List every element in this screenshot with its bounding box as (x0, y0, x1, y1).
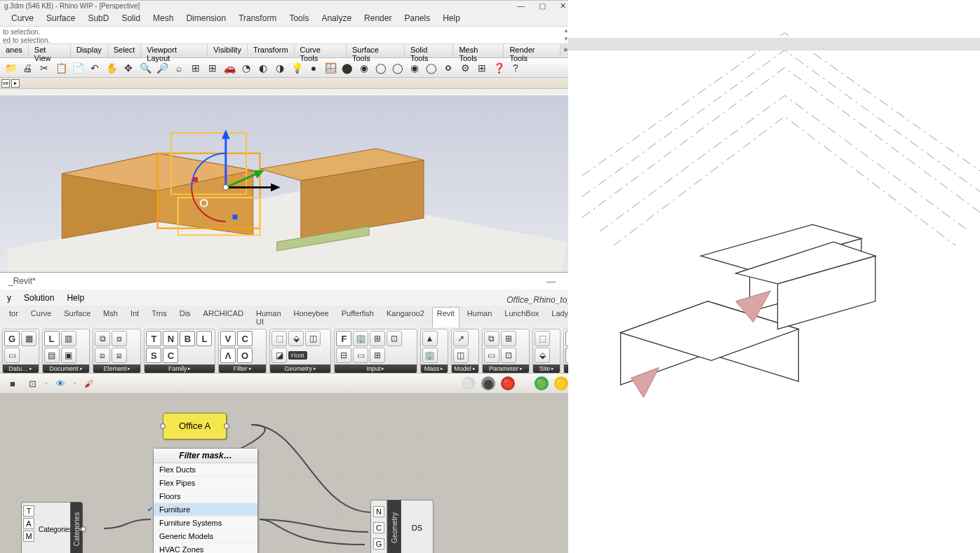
menu-dimension[interactable]: Dimension (186, 13, 226, 23)
toolbar-button-23[interactable]: ◯ (390, 60, 405, 76)
value-list-item[interactable]: Flex Pipes (154, 477, 257, 490)
value-list-item[interactable]: Furniture (154, 503, 257, 517)
menu-render[interactable]: Render (364, 13, 391, 23)
sketch-brush-icon[interactable]: 🖌 (82, 376, 96, 390)
ribbon-tool-icon[interactable]: ⊟ (336, 348, 351, 363)
ribbon-tool-icon[interactable]: ⊞ (370, 348, 385, 363)
tab-mesh-tools[interactable]: Mesh Tools (453, 44, 504, 57)
ribbon-tool-icon[interactable]: ▥ (61, 331, 76, 346)
node-input-port[interactable]: T (23, 505, 34, 517)
ribbon-panel-expand-icon[interactable]: ▸ (551, 366, 554, 371)
preview-color-icon[interactable]: 🟢 (535, 376, 549, 390)
revit-view[interactable] (568, 0, 980, 553)
viewport-tab-dropdown-icon[interactable]: ▸ (11, 79, 20, 88)
menu-help[interactable]: Help (67, 293, 84, 303)
toolbar-button-18[interactable]: ● (306, 60, 321, 76)
tab-render-tools[interactable]: Render Tools (504, 44, 561, 57)
ribbon-tool-icon[interactable]: ◫ (305, 331, 321, 346)
ribbon-tool-icon[interactable]: ⊡ (387, 331, 402, 346)
shade-mode-icon[interactable]: 🔴 (501, 376, 515, 390)
ribbon-tool-icon[interactable]: ▦ (21, 331, 36, 346)
ribbon-key-button[interactable]: O (237, 348, 253, 363)
toolbar-button-19[interactable]: 🪟 (323, 60, 338, 76)
ribbon-panel-expand-icon[interactable]: ▸ (249, 366, 252, 371)
node-output-grip[interactable] (224, 423, 229, 429)
node-input-grip[interactable] (160, 423, 166, 429)
toolbar-button-1[interactable]: 🖨 (20, 60, 35, 76)
ribbon-key-button[interactable]: Λ (220, 348, 236, 363)
tab-transform[interactable]: Transform (248, 44, 295, 57)
menu-panels[interactable]: Panels (404, 13, 430, 23)
ribbon-panel-expand-icon[interactable]: ▸ (520, 366, 523, 371)
toolbar-button-22[interactable]: ◯ (373, 60, 389, 76)
toolbar-button-24[interactable]: ◉ (407, 60, 422, 76)
toolbar-button-2[interactable]: ✂ (36, 60, 52, 76)
viewport-tab-label[interactable]: ve (1, 79, 10, 88)
ribbon-tab-curve[interactable]: Curve (26, 307, 56, 327)
ribbon-tool-icon[interactable]: ▭ (484, 348, 499, 363)
ribbon-tool-icon[interactable]: ⧆ (112, 348, 127, 363)
ribbon-tool-icon[interactable]: ⊡ (501, 348, 516, 363)
node-input-port[interactable]: G (373, 538, 384, 549)
ribbon-tool-icon[interactable]: ⬙ (535, 348, 550, 363)
ribbon-tool-icon[interactable]: ▭ (353, 348, 368, 363)
ribbon-key-button[interactable]: N (163, 331, 178, 346)
toolbar-button-27[interactable]: ⚙ (457, 60, 473, 76)
gh-value-list-node[interactable]: Filter mask… Flex DuctsFlex PipesFloorsF… (153, 448, 258, 553)
preview-color-icon[interactable]: 🟡 (554, 376, 568, 390)
ribbon-key-button[interactable]: B (180, 331, 195, 346)
menu-mesh[interactable]: Mesh (153, 13, 173, 23)
node-input-port[interactable]: A (23, 518, 34, 529)
toolbar-button-28[interactable]: ⊞ (474, 60, 490, 76)
toolbar-button-8[interactable]: 🔍 (137, 60, 153, 76)
tab-cplanes[interactable]: anes (0, 44, 29, 57)
gh-geometry-node[interactable]: N C G Geometry DS (370, 500, 434, 553)
menu-solution[interactable]: Solution (24, 293, 54, 303)
node-output-grip[interactable] (81, 526, 86, 532)
ribbon-tab-kangaroo2[interactable]: Kangaroo2 (382, 307, 429, 327)
menu-display-partial[interactable]: y (7, 293, 11, 303)
toolbar-button-30[interactable]: ? (508, 60, 523, 76)
toolbar-button-9[interactable]: 🔎 (154, 60, 170, 76)
save-icon[interactable]: ■ (6, 376, 20, 390)
ribbon-tool-icon[interactable]: 🏢 (422, 348, 438, 363)
gh-panel-node-office[interactable]: Office A (163, 413, 227, 439)
ribbon-tab-human[interactable]: Human (462, 307, 497, 327)
ribbon-key-button[interactable]: F (336, 331, 351, 346)
toolbar-button-4[interactable]: 📄 (70, 60, 86, 76)
node-input-port[interactable]: C (373, 522, 384, 533)
tab-solid-tools[interactable]: Solid Tools (405, 44, 454, 57)
ribbon-key-button[interactable]: C (163, 348, 178, 363)
tab-visibility[interactable]: Visibility (208, 44, 248, 57)
tab-select[interactable]: Select (108, 44, 142, 57)
tab-viewport-layout[interactable]: Viewport Layout (141, 44, 208, 57)
toolbar-button-25[interactable]: ◯ (424, 60, 439, 76)
ribbon-panel-expand-icon[interactable]: ▸ (80, 366, 83, 371)
ribbon-panel-expand-icon[interactable]: ▸ (441, 366, 443, 371)
ribbon-tab-surface[interactable]: Surface (59, 307, 95, 327)
tab-curve-tools[interactable]: Curve Tools (295, 44, 347, 57)
toolbar-button-26[interactable]: ⭘ (441, 60, 456, 76)
ribbon-tab-int[interactable]: Int (126, 307, 144, 327)
ribbon-tool-icon[interactable]: ⬚ (535, 331, 550, 346)
ribbon-panel-expand-icon[interactable]: ▸ (314, 366, 316, 371)
shade-mode-icon[interactable]: ⬤ (481, 376, 495, 390)
ribbon-panel-expand-icon[interactable]: ▸ (473, 366, 476, 371)
shade-mode-icon[interactable]: ⚪ (462, 376, 476, 390)
toolbar-button-15[interactable]: ◐ (255, 60, 271, 76)
menu-transform[interactable]: Transform (239, 13, 276, 23)
ribbon-tool-icon[interactable]: ▭ (4, 348, 20, 363)
ribbon-tab-revit[interactable]: Revit (432, 307, 459, 327)
tab-set-view[interactable]: Set View (29, 44, 71, 57)
ribbon-tab-archicad[interactable]: ARCHICAD (199, 307, 248, 327)
menu-solid[interactable]: Solid (121, 13, 140, 23)
toolbar-button-11[interactable]: ⊞ (188, 60, 203, 76)
menu-curve[interactable]: Curve (11, 13, 34, 23)
menu-subd[interactable]: SubD (88, 13, 109, 23)
ribbon-tool-icon[interactable]: ⧇ (95, 348, 110, 363)
ribbon-key-button[interactable]: V (220, 331, 236, 346)
toolbar-button-0[interactable]: 📁 (3, 60, 18, 76)
toolbar-button-6[interactable]: ✋ (104, 60, 119, 76)
node-input-port[interactable]: M (23, 531, 34, 542)
ribbon-key-button[interactable]: S (146, 348, 161, 363)
